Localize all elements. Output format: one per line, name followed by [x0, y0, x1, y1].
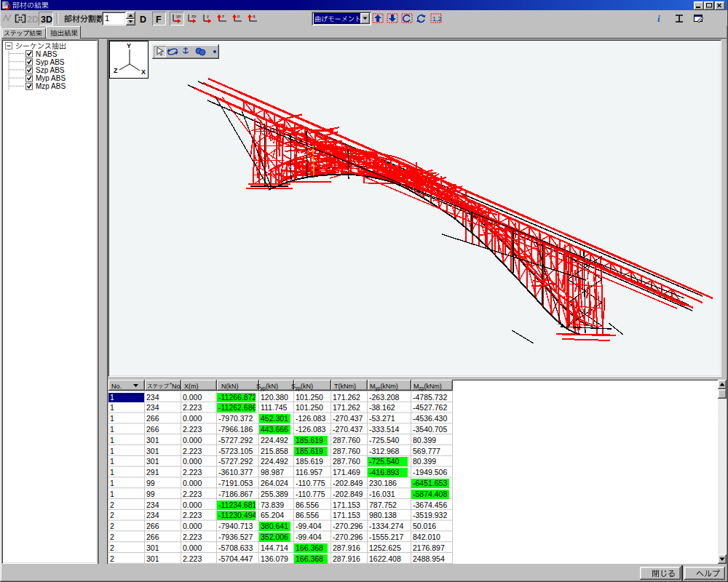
svg-text:Mzp ABS: Mzp ABS [36, 82, 66, 90]
svg-text:1,2: 1,2 [432, 15, 442, 23]
svg-text:q: q [253, 14, 255, 18]
svg-text:yp: yp [176, 14, 181, 18]
svg-text:Myp ABS: Myp ABS [36, 74, 66, 82]
svg-text:X(m): X(m) [184, 383, 199, 390]
svg-text:Syp ABS: Syp ABS [36, 58, 65, 66]
svg-text:T(kNm): T(kNm) [334, 383, 356, 390]
svg-text:No.: No. [111, 383, 122, 390]
svg-text:Myp(kNm): Myp(kNm) [370, 383, 398, 391]
svg-text:y: y [207, 14, 209, 18]
svg-text:*: * [170, 381, 172, 388]
svg-text:Syp(kN): Syp(kN) [256, 383, 278, 391]
svg-text:i: i [657, 13, 660, 24]
svg-text:No.: No. [172, 383, 182, 390]
svg-text:p: p [237, 14, 240, 18]
svg-text:X: X [141, 68, 146, 76]
svg-text:Z: Z [114, 67, 118, 74]
svg-text:Mzp(kNm): Mzp(kNm) [414, 383, 442, 391]
svg-text:Szp(kN): Szp(kN) [291, 383, 313, 391]
svg-text:zp: zp [191, 14, 197, 18]
svg-text:z: z [222, 14, 224, 18]
svg-text:Y: Y [127, 42, 131, 49]
svg-text:Szp ABS: Szp ABS [36, 66, 65, 74]
svg-text:N ABS: N ABS [36, 50, 58, 58]
svg-text:N(kN): N(kN) [221, 383, 239, 390]
svg-text:2D: 2D [27, 15, 39, 25]
svg-text:D: D [140, 15, 146, 25]
